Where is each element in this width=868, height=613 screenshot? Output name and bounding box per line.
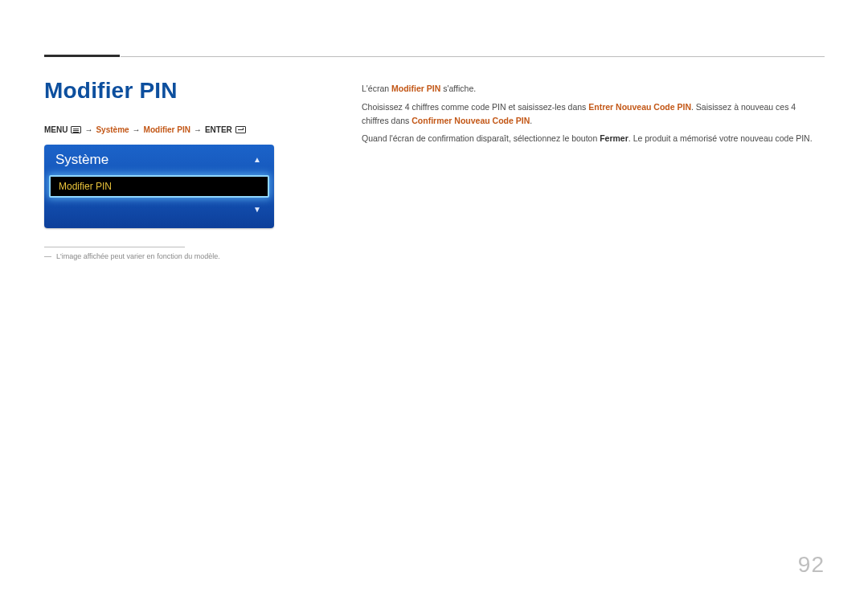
highlight-confirmer-nouveau-code-pin: Confirmer Nouveau Code PIN — [411, 116, 530, 125]
text: Quand l'écran de confirmation disparaît,… — [362, 133, 600, 143]
body-p2: Choisissez 4 chiffres comme code PIN et … — [362, 100, 825, 128]
highlight-entrer-nouveau-code-pin: Entrer Nouveau Code PIN — [588, 102, 691, 112]
text: Choisissez 4 chiffres comme code PIN et … — [362, 102, 588, 112]
footnote-marker: ― — [44, 252, 51, 260]
enter-icon — [235, 126, 246, 133]
page-title: Modifier PIN — [44, 78, 178, 104]
header-accent-bar — [44, 55, 120, 57]
page-root: Modifier PIN MENU → Système → Modifier P… — [0, 0, 868, 613]
footnote-text: L'image affichée peut varier en fonction… — [56, 252, 220, 260]
text: s'affiche. — [440, 84, 476, 93]
chevron-down-icon[interactable]: ▼ — [253, 206, 263, 214]
osd-title: Système — [55, 152, 108, 168]
text: . — [530, 116, 532, 125]
highlight-modifier-pin: Modifier PIN — [391, 84, 440, 93]
body-text: L'écran Modifier PIN s'affiche. Choisiss… — [362, 82, 825, 150]
osd-selected-label: Modifier PIN — [59, 181, 112, 192]
menu-icon — [71, 126, 81, 133]
chevron-up-icon[interactable]: ▲ — [253, 156, 263, 164]
text: . Le produit a mémorisé votre nouveau co… — [628, 133, 813, 143]
page-number: 92 — [798, 552, 825, 578]
footnote-divider — [44, 247, 185, 247]
breadcrumb-menu: MENU — [44, 125, 68, 134]
osd-header: Système ▲ — [44, 145, 274, 175]
arrow-icon: → — [133, 125, 141, 134]
breadcrumb-enter: ENTER — [205, 125, 232, 134]
osd-panel: Système ▲ Modifier PIN ▼ — [44, 145, 274, 228]
text: L'écran — [362, 84, 391, 93]
breadcrumb: MENU → Système → Modifier PIN → ENTER — [44, 125, 246, 134]
arrow-icon: → — [194, 125, 202, 134]
highlight-fermer: Fermer — [600, 133, 628, 143]
breadcrumb-systeme: Système — [96, 125, 129, 134]
breadcrumb-modifier-pin: Modifier PIN — [144, 125, 190, 134]
body-p1: L'écran Modifier PIN s'affiche. — [362, 82, 825, 96]
arrow-icon: → — [84, 125, 92, 134]
body-p3: Quand l'écran de confirmation disparaît,… — [362, 132, 825, 145]
osd-selected-row[interactable]: Modifier PIN — [49, 175, 269, 198]
osd-footer: ▼ — [44, 198, 274, 222]
footnote: ― L'image affichée peut varier en foncti… — [44, 252, 220, 260]
header-divider — [121, 56, 825, 57]
